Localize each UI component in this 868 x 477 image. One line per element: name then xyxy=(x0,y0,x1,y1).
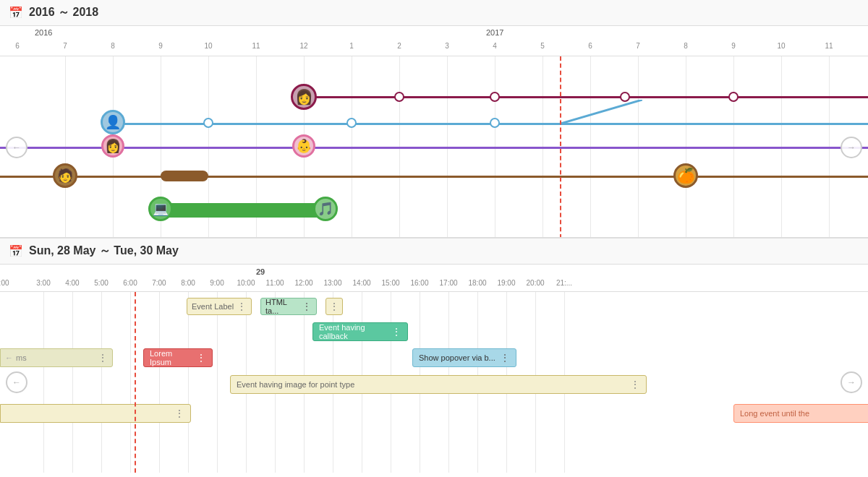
event-image-bar[interactable]: Event having image for point type ⋮ xyxy=(230,375,647,394)
event-label-bar[interactable]: Event Label ⋮ xyxy=(187,298,252,315)
sched-grid-7 xyxy=(217,292,218,473)
event-callback-text: Event having callback xyxy=(319,323,391,340)
nav-right-bottom[interactable]: → xyxy=(841,371,862,393)
event-html-dots[interactable]: ⋮ xyxy=(302,301,312,312)
m2017-3: 3 xyxy=(445,42,449,50)
sched-grid-6 xyxy=(188,292,189,473)
time-13: 13:00 xyxy=(323,279,341,287)
avatar-pink: 👩 xyxy=(101,134,124,158)
m2017-9: 9 xyxy=(731,42,736,50)
time-14: 14:00 xyxy=(353,279,371,287)
sched-grid-1 xyxy=(43,292,44,473)
m6: 6 xyxy=(15,42,20,50)
event-label-text: Event Label xyxy=(192,302,234,311)
event-dots-icon[interactable]: ⋮ xyxy=(329,301,339,312)
event-ms-dots[interactable]: ⋮ xyxy=(98,352,108,364)
avatar-pink-2: 👶 xyxy=(292,134,315,158)
m2017-5: 5 xyxy=(540,42,545,50)
node-maroon-2 xyxy=(490,92,500,102)
event-html-bar[interactable]: HTML ta... ⋮ xyxy=(260,298,317,315)
time-6: 6:00 xyxy=(123,279,137,287)
event-popover-bar[interactable]: Show popover via b... ⋮ xyxy=(412,348,516,367)
event-html-text: HTML ta... xyxy=(265,298,302,315)
m2017-10: 10 xyxy=(777,42,785,50)
svg-line-0 xyxy=(556,100,642,125)
node-blue-2 xyxy=(346,118,357,128)
node-blue-1 xyxy=(203,118,213,128)
event-lorem-bar[interactable]: Lorem Ipsum ⋮ xyxy=(143,348,213,367)
m2017-6: 6 xyxy=(588,42,592,50)
m11: 11 xyxy=(252,42,260,50)
m2017-11: 11 xyxy=(825,42,833,50)
bottom-title: Sun, 28 May ～ Tue, 30 May xyxy=(29,244,179,259)
time-4: 4:00 xyxy=(65,279,79,287)
avatar-green-end: 🎵 xyxy=(313,197,338,221)
top-timeline-section: 📅 2016 ～ 2018 2016 2017 6 7 8 9 10 11 12… xyxy=(0,0,868,239)
node-blue-3 xyxy=(490,118,500,128)
event-bottom-left-dots[interactable]: ⋮ xyxy=(174,408,184,419)
m10: 10 xyxy=(204,42,212,50)
node-maroon-1 xyxy=(394,92,404,102)
m2017-1: 1 xyxy=(349,42,354,50)
m2017-7: 7 xyxy=(636,42,640,50)
avatar-brown-1: 🧑 xyxy=(53,163,77,188)
time-11: 11:00 xyxy=(266,279,284,287)
avatar-blue: 👤 xyxy=(101,110,125,134)
event-lorem-dots[interactable]: ⋮ xyxy=(196,352,206,364)
m8: 8 xyxy=(111,42,115,50)
event-lorem-text: Lorem Ipsum xyxy=(150,349,196,366)
sched-grid-3 xyxy=(101,292,102,473)
event-callback-bar[interactable]: Event having callback ⋮ xyxy=(312,322,408,341)
m12: 12 xyxy=(299,42,307,50)
day-29-label: 29 xyxy=(256,267,265,276)
m2017-2: 2 xyxy=(397,42,401,50)
avatar-maroon: 👩 xyxy=(291,84,317,110)
time-19: 19:00 xyxy=(497,279,515,287)
nav-left-bottom[interactable]: ← xyxy=(6,371,27,393)
top-title: 2016 ～ 2018 xyxy=(29,5,98,20)
sched-grid-2 xyxy=(72,292,73,473)
event-ms-bar[interactable]: ← ms ⋮ xyxy=(0,348,113,367)
avatar-brown-2: 🍊 xyxy=(673,163,698,188)
event-image-dots[interactable]: ⋮ xyxy=(630,379,640,390)
time-header-row: 29 00:00 3:00 4:00 5:00 6:00 7:00 8:00 9… xyxy=(0,265,868,292)
time-8: 8:00 xyxy=(181,279,195,287)
year-2017: 2017 xyxy=(486,28,503,37)
track-brown-line xyxy=(0,176,868,178)
time-5: 5:00 xyxy=(94,279,108,287)
nav-right-top[interactable]: → xyxy=(841,137,862,158)
time-00: 00:00 xyxy=(0,279,9,287)
event-label-dots[interactable]: ⋮ xyxy=(237,301,247,312)
timeline-body: 👩 👤 xyxy=(0,56,868,239)
nav-left-top[interactable]: ← xyxy=(6,137,27,158)
event-popover-dots[interactable]: ⋮ xyxy=(500,352,510,364)
event-image-text: Event having image for point type xyxy=(237,380,354,389)
event-popover-text: Show popover via b... xyxy=(419,353,495,362)
time-12: 12:00 xyxy=(294,279,312,287)
track-blue-diagonal xyxy=(556,100,642,125)
event-callback-dots[interactable]: ⋮ xyxy=(391,326,401,338)
m9: 9 xyxy=(158,42,163,50)
event-bottom-left-bar[interactable]: ⋮ xyxy=(0,404,191,423)
event-long-text: Long event until the xyxy=(740,409,809,418)
time-3: 3:00 xyxy=(36,279,50,287)
time-17: 17:00 xyxy=(440,279,458,287)
event-long-bar[interactable]: Long event until the xyxy=(733,404,868,423)
time-15: 15:00 xyxy=(381,279,399,287)
time-16: 16:00 xyxy=(410,279,428,287)
today-line-top xyxy=(560,56,561,239)
schedule-body: Event Label ⋮ HTML ta... ⋮ ⋮ Event havin… xyxy=(0,292,868,473)
today-line-bottom xyxy=(135,292,136,473)
time-7: 7:00 xyxy=(152,279,166,287)
schedule-header: 📅 Sun, 28 May ～ Tue, 30 May xyxy=(0,239,868,265)
event-dots-bar[interactable]: ⋮ xyxy=(326,298,343,315)
m2017-4: 4 xyxy=(493,42,497,50)
avatar-green-start: 💻 xyxy=(148,197,173,221)
time-9: 9:00 xyxy=(210,279,224,287)
calendar-icon-bottom: 📅 xyxy=(9,244,23,258)
event-ms-text: ms xyxy=(16,353,27,362)
year-2016: 2016 xyxy=(35,28,52,37)
time-20: 20:00 xyxy=(527,279,545,287)
sched-grid-4 xyxy=(130,292,131,473)
sched-grid-5 xyxy=(159,292,160,473)
